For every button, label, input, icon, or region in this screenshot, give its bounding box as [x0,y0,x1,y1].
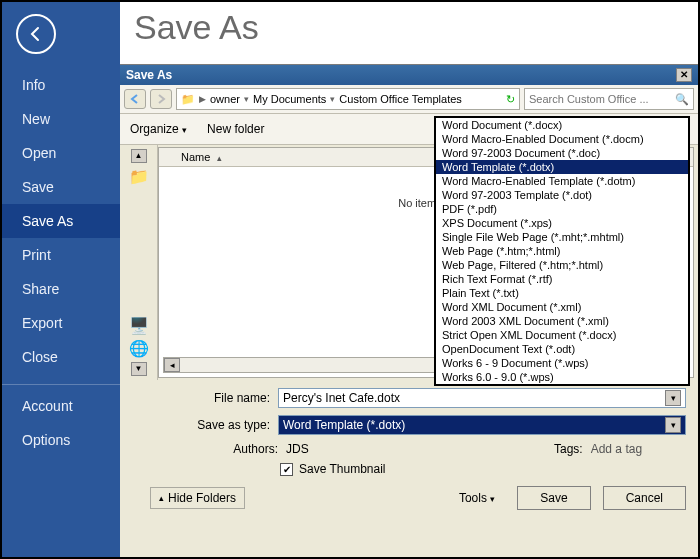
authors-value[interactable]: JDS [286,442,436,456]
sidebar-item-save[interactable]: Save [2,170,120,204]
crumb[interactable]: owner [210,93,240,105]
file-type-dropdown-list[interactable]: Word Document (*.docx)Word Macro-Enabled… [434,116,690,386]
authors-label: Authors: [210,442,278,456]
tags-value[interactable]: Add a tag [591,442,642,456]
hide-folders-button[interactable]: ▴ Hide Folders [150,487,245,509]
new-folder-button[interactable]: New folder [207,122,264,136]
dialog-titlebar: Save As ✕ [120,65,698,85]
file-type-option[interactable]: Word 97-2003 Template (*.dot) [436,188,688,202]
file-type-option[interactable]: Works 6 - 9 Document (*.wps) [436,356,688,370]
file-type-option[interactable]: OpenDocument Text (*.odt) [436,342,688,356]
dialog-bottom-panel: File name: Percy's Inet Cafe.dotx ▾ Save… [120,380,698,520]
file-type-option[interactable]: Word XML Document (*.xml) [436,300,688,314]
cancel-button[interactable]: Cancel [603,486,686,510]
file-type-option[interactable]: Single File Web Page (*.mht;*.mhtml) [436,230,688,244]
chevron-icon: ▶ [199,94,206,104]
chevron-icon: ▾ [330,94,335,104]
file-type-option[interactable]: Web Page (*.htm;*.html) [436,244,688,258]
file-name-dropdown-button[interactable]: ▾ [665,390,681,406]
file-type-option[interactable]: Word Document (*.docx) [436,118,688,132]
file-type-option[interactable]: Plain Text (*.txt) [436,286,688,300]
favorites-scroll-up[interactable]: ▲ [131,149,147,163]
sidebar-item-account[interactable]: Account [2,389,120,423]
dialog-title-text: Save As [126,68,172,82]
file-type-option[interactable]: Web Page, Filtered (*.htm;*.html) [436,258,688,272]
back-button[interactable] [16,14,56,54]
sidebar-separator [2,384,120,385]
file-type-option[interactable]: Word Macro-Enabled Template (*.dotm) [436,174,688,188]
file-type-option[interactable]: Word 2003 XML Document (*.xml) [436,314,688,328]
search-box[interactable]: 🔍 [524,88,694,110]
file-type-option[interactable]: PDF (*.pdf) [436,202,688,216]
save-button[interactable]: Save [517,486,590,510]
file-type-option[interactable]: XPS Document (*.xps) [436,216,688,230]
crumb[interactable]: My Documents [253,93,326,105]
breadcrumb[interactable]: 📁 ▶ owner ▾ My Documents ▾ Custom Office… [176,88,520,110]
file-name-field[interactable]: Percy's Inet Cafe.dotx ▾ [278,388,686,408]
chevron-down-icon: ▾ [490,494,495,504]
folder-icon: 📁 [181,93,195,106]
tools-button[interactable]: Tools ▾ [459,491,495,505]
search-input[interactable] [529,93,671,105]
sidebar-item-close[interactable]: Close [2,340,120,374]
network-icon[interactable]: 🌐 [129,339,149,358]
sidebar-item-info[interactable]: Info [2,68,120,102]
file-type-option[interactable]: Word Template (*.dotx) [436,160,688,174]
sidebar-item-export[interactable]: Export [2,306,120,340]
file-type-option[interactable]: Strict Open XML Document (*.docx) [436,328,688,342]
file-type-option[interactable]: Rich Text Format (*.rtf) [436,272,688,286]
crumb[interactable]: Custom Office Templates [339,93,461,105]
nav-back-icon [129,93,141,105]
file-name-label: File name: [150,391,270,405]
file-type-option[interactable]: Works 6.0 - 9.0 (*.wps) [436,370,688,384]
save-thumbnail-checkbox[interactable]: ✔ [280,463,293,476]
sidebar-item-share[interactable]: Share [2,272,120,306]
favorites-scroll-down[interactable]: ▼ [131,362,147,376]
nav-forward-button[interactable] [150,89,172,109]
sidebar-item-open[interactable]: Open [2,136,120,170]
chevron-up-icon: ▴ [159,493,164,503]
main-area: Save As Save As ✕ 📁 ▶ owner ▾ My Documen… [120,2,698,557]
sidebar-item-options[interactable]: Options [2,423,120,457]
chevron-down-icon: ▾ [182,125,187,135]
nav-forward-icon [155,93,167,105]
desktop-icon[interactable]: 🖥️ [129,316,149,335]
dialog-close-button[interactable]: ✕ [676,68,692,82]
chevron-icon: ▾ [244,94,249,104]
dialog-address-bar: 📁 ▶ owner ▾ My Documents ▾ Custom Office… [120,85,698,114]
search-icon[interactable]: 🔍 [675,93,689,106]
sidebar-item-new[interactable]: New [2,102,120,136]
save-type-label: Save as type: [150,418,270,432]
sidebar-item-print[interactable]: Print [2,238,120,272]
organize-button[interactable]: Organize ▾ [130,122,187,136]
file-type-option[interactable]: Word 97-2003 Document (*.doc) [436,146,688,160]
save-type-field[interactable]: Word Template (*.dotx) ▾ [278,415,686,435]
folder-icon[interactable]: 📁 [129,167,149,186]
sort-indicator-icon: ▴ [217,153,222,163]
favorites-pane: ▲ 📁 🖥️ 🌐 ▼ [120,145,158,380]
save-thumbnail-label: Save Thumbnail [299,462,386,476]
arrow-left-icon [26,24,46,44]
tags-label: Tags: [554,442,583,456]
refresh-button[interactable]: ↻ [506,93,515,106]
nav-back-button[interactable] [124,89,146,109]
scroll-left-button[interactable]: ◂ [164,358,180,372]
sidebar-item-save-as[interactable]: Save As [2,204,120,238]
page-title: Save As [120,2,698,57]
backstage-sidebar: InfoNewOpenSaveSave AsPrintShareExportCl… [2,2,120,557]
file-type-option[interactable]: Word Macro-Enabled Document (*.docm) [436,132,688,146]
save-type-dropdown-button[interactable]: ▾ [665,417,681,433]
